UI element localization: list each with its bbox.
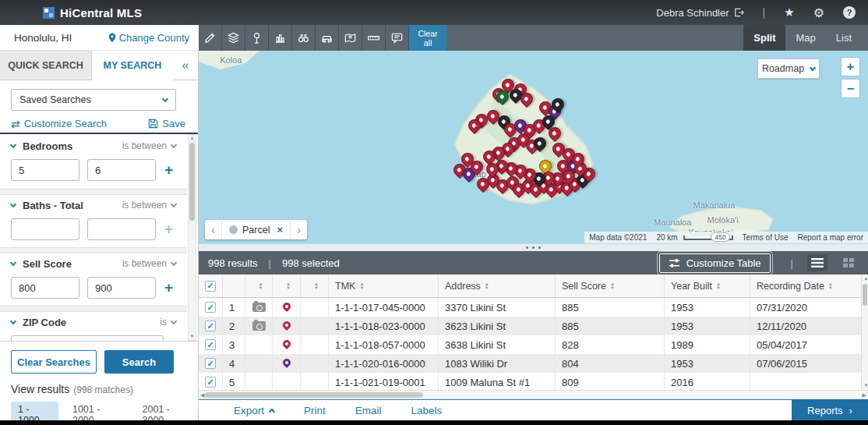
filter-operator-dropdown[interactable]: is between (122, 200, 176, 211)
row-pin-icon[interactable] (281, 338, 291, 349)
add-filter-value-button[interactable]: + (164, 279, 173, 296)
tab-quick-search[interactable]: QUICK SEARCH (0, 51, 92, 80)
collapse-filter-icon[interactable] (10, 317, 16, 324)
table-vertical-scrollbar[interactable]: ▲ ▼ (861, 274, 868, 390)
labels-button[interactable]: Labels (411, 405, 443, 416)
filter-value-input[interactable] (11, 335, 164, 341)
zoom-out-button[interactable]: − (841, 79, 860, 98)
chip-prev-button[interactable]: ‹ (205, 220, 222, 239)
photo-cell[interactable] (245, 317, 272, 335)
collapse-filter-icon[interactable] (10, 259, 16, 265)
user-menu[interactable]: Debra Schindler (656, 7, 743, 19)
comment-icon[interactable] (386, 25, 409, 51)
row-pin-icon[interactable] (281, 357, 291, 368)
help-icon[interactable]: ? (843, 6, 856, 19)
scrollbar-thumb[interactable] (189, 143, 195, 221)
customize-search-link[interactable]: ⇄ Customize Search (11, 118, 107, 129)
map-pin-icon[interactable] (339, 25, 362, 51)
search-button[interactable]: Search (104, 350, 174, 374)
print-button[interactable]: Print (304, 405, 326, 416)
save-search-link[interactable]: Save (148, 118, 185, 129)
street-pin-icon[interactable] (245, 25, 269, 51)
row-pin-icon[interactable] (281, 301, 291, 312)
photo-cell[interactable] (245, 373, 272, 390)
map-canvas[interactable]: KoloaKanKapHonoMakanaluaMaunaloaMoloka'i… (199, 51, 868, 243)
filter-operator-dropdown[interactable]: is between (122, 258, 176, 269)
terms-of-use-link[interactable]: Terms of Use (738, 232, 793, 243)
ruler-icon[interactable] (362, 25, 386, 51)
collapse-filter-icon[interactable] (10, 200, 16, 207)
view-list-button[interactable]: List (826, 25, 862, 51)
map-pin-cell[interactable] (272, 317, 300, 335)
filters-scrollbar[interactable]: ▲ ▼ (188, 134, 196, 341)
scroll-right-icon[interactable]: ▶ (863, 391, 866, 398)
chip-close-button[interactable]: × (270, 224, 290, 236)
add-filter-value-button[interactable]: + (164, 221, 173, 238)
layers-icon[interactable] (222, 25, 245, 51)
collapse-filter-icon[interactable] (10, 141, 16, 147)
tmk-column-header[interactable]: TMK (328, 274, 438, 297)
export-menu[interactable]: Export (234, 405, 274, 416)
pencil-icon[interactable] (199, 25, 222, 51)
scrollbar-thumb[interactable] (205, 392, 423, 398)
table-row[interactable]: 11-1-1-017-045-00003370 Likini St8851953… (199, 298, 861, 317)
filter-operator-dropdown[interactable]: is (160, 317, 176, 328)
map-pin-cell[interactable] (272, 373, 300, 390)
map-pin-cell[interactable] (272, 298, 300, 317)
select-all-checkbox[interactable] (205, 281, 216, 292)
split-drag-handle[interactable] (199, 243, 868, 251)
scroll-down-icon[interactable]: ▼ (863, 382, 868, 389)
view-map-button[interactable]: Map (785, 25, 825, 51)
map-type-dropdown[interactable]: Roadmap (757, 58, 820, 79)
binoculars-icon[interactable] (292, 25, 316, 51)
add-filter-value-button[interactable]: + (164, 161, 173, 179)
change-county-link[interactable]: Change County (108, 32, 189, 44)
table-row[interactable]: 31-1-1-018-057-00003638 Likini St8281989… (199, 335, 861, 354)
list-view-icon[interactable] (807, 254, 827, 271)
recording-date-column-header[interactable]: Recording Date (750, 274, 861, 297)
camera-icon[interactable] (252, 303, 266, 312)
table-row[interactable]: 41-1-1-020-016-00001083 Wiliki Dr8041953… (199, 354, 861, 373)
pin-column-header[interactable] (272, 274, 300, 297)
filter-value-input[interactable] (11, 159, 79, 181)
row-checkbox[interactable] (205, 339, 216, 350)
filter-value-input[interactable] (87, 218, 156, 240)
chip-next-button[interactable]: › (290, 220, 307, 239)
map-pin-cell[interactable] (272, 354, 300, 373)
row-pin-icon[interactable] (281, 320, 291, 331)
flag-column-header[interactable] (300, 274, 328, 297)
sell-score-column-header[interactable]: Sell Score (555, 274, 664, 297)
photo-cell[interactable] (245, 298, 272, 317)
row-checkbox[interactable] (205, 321, 216, 331)
email-button[interactable]: Email (355, 405, 382, 416)
camera-icon[interactable] (252, 321, 266, 331)
scroll-down-icon[interactable]: ▼ (189, 333, 196, 340)
row-checkbox[interactable] (205, 358, 216, 369)
table-horizontal-scrollbar[interactable]: ◀ ▶ (199, 390, 868, 399)
favorites-star-icon[interactable]: ★ (784, 5, 794, 19)
photo-column-header[interactable] (245, 274, 272, 297)
reports-button[interactable]: Reports › (792, 399, 868, 421)
filter-value-input[interactable] (87, 159, 156, 181)
map-pin-cell[interactable] (272, 335, 300, 354)
view-split-button[interactable]: Split (743, 25, 785, 51)
collapse-sidebar-button[interactable]: « (173, 51, 198, 80)
row-checkbox[interactable] (205, 377, 216, 388)
zoom-in-button[interactable]: + (841, 57, 860, 76)
car-icon[interactable] (316, 25, 339, 51)
filter-value-input[interactable] (11, 218, 79, 240)
year-built-column-header[interactable]: Year Built (664, 274, 750, 297)
grid-view-icon[interactable] (838, 254, 859, 271)
photo-cell[interactable] (245, 354, 272, 373)
report-map-error-link[interactable]: Report a map error (793, 232, 868, 243)
filter-value-input[interactable] (87, 277, 156, 299)
saved-searches-dropdown[interactable]: Saved Searches (11, 89, 176, 111)
filter-operator-dropdown[interactable]: is between (122, 140, 176, 151)
clear-all-button[interactable]: Clear all (409, 25, 446, 51)
clear-searches-button[interactable]: Clear Searches (11, 350, 97, 374)
scroll-up-icon[interactable]: ▲ (189, 135, 196, 142)
scrollbar-thumb[interactable] (863, 284, 867, 306)
address-column-header[interactable]: Address (438, 274, 555, 297)
bar-chart-icon[interactable] (269, 25, 292, 51)
table-row[interactable]: 51-1-1-021-019-00011009 Maluna St #18092… (199, 373, 861, 390)
